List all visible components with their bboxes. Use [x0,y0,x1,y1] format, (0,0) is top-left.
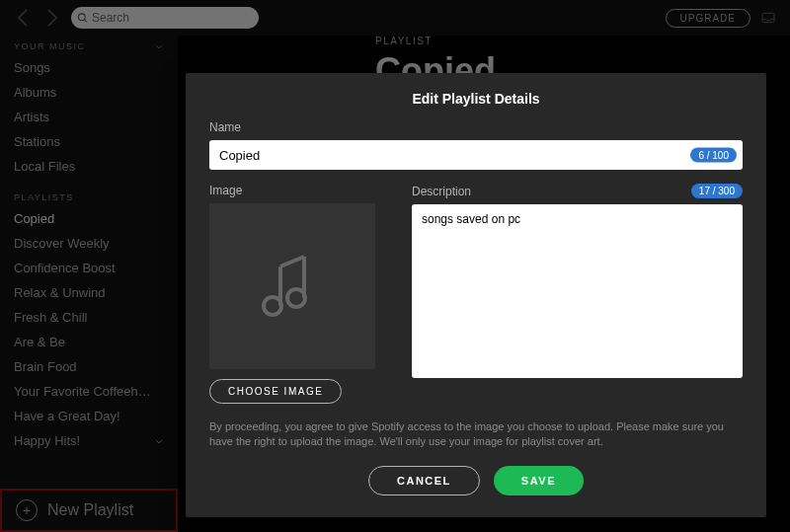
description-char-counter: 17 / 300 [691,184,743,198]
choose-image-button[interactable]: CHOOSE IMAGE [209,379,342,404]
app-window: UPGRADE YOUR MUSIC Songs Albums Artists … [0,0,790,532]
cover-image-placeholder[interactable] [209,203,375,369]
music-note-icon [253,247,332,326]
save-button[interactable]: SAVE [494,466,584,495]
image-field-label: Image [209,184,392,197]
name-field-label: Name [209,120,743,134]
cancel-button[interactable]: CANCEL [368,466,480,495]
playlist-name-input[interactable] [209,140,743,170]
description-field-label: Description [412,185,471,198]
legal-text: By proceeding, you agree to give Spotify… [209,419,743,450]
edit-playlist-modal: Edit Playlist Details Name 6 / 100 Image… [186,73,766,517]
modal-title: Edit Playlist Details [209,91,743,107]
playlist-description-input[interactable] [412,204,743,378]
name-char-counter: 6 / 100 [690,148,737,163]
